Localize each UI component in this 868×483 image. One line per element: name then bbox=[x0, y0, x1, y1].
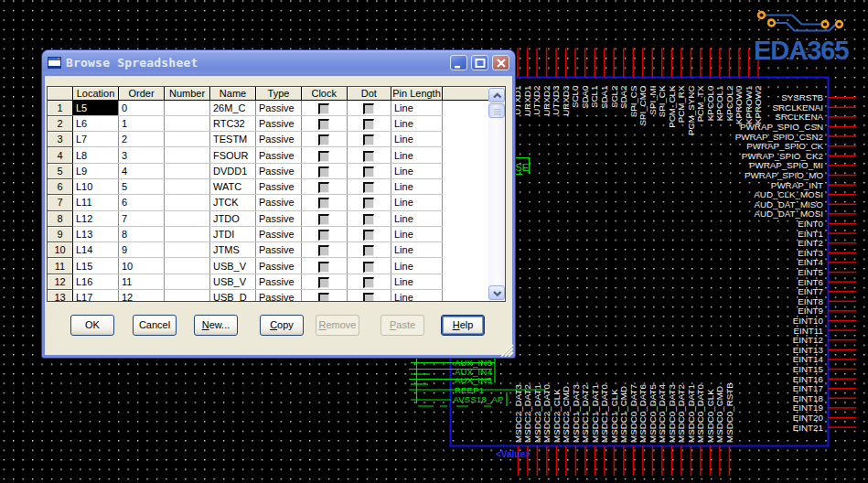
dot-checkbox[interactable] bbox=[363, 103, 374, 114]
cell-pin-length[interactable]: Line bbox=[391, 226, 443, 242]
row-header[interactable]: 4 bbox=[48, 147, 73, 163]
cell-order[interactable]: 9 bbox=[119, 242, 165, 258]
cell-number[interactable] bbox=[165, 163, 210, 178]
cell-dot[interactable] bbox=[347, 163, 391, 178]
cell-number[interactable] bbox=[165, 290, 210, 302]
cell-dot[interactable] bbox=[347, 242, 391, 258]
cell-location[interactable]: L15 bbox=[73, 258, 119, 274]
cell-pin-length[interactable]: Line bbox=[391, 132, 443, 147]
row-header[interactable]: 3 bbox=[48, 132, 73, 147]
cell-type[interactable]: Passive bbox=[256, 290, 302, 302]
column-header-dot[interactable]: Dot bbox=[347, 87, 391, 100]
cell-type[interactable]: Passive bbox=[256, 163, 302, 178]
cell-clock[interactable] bbox=[302, 258, 348, 274]
vertical-scrollbar[interactable] bbox=[488, 87, 505, 301]
cell-order[interactable]: 4 bbox=[119, 163, 165, 178]
cell-location[interactable]: L14 bbox=[73, 242, 119, 258]
cell-type[interactable]: Passive bbox=[256, 226, 302, 242]
cell-number[interactable] bbox=[165, 210, 210, 226]
cell-location[interactable]: L5 bbox=[73, 100, 119, 115]
maximize-button[interactable] bbox=[471, 55, 488, 70]
dot-checkbox[interactable] bbox=[363, 151, 374, 162]
column-header-pin-length[interactable]: Pin Length bbox=[391, 87, 443, 100]
cell-dot[interactable] bbox=[347, 132, 391, 147]
cell-clock[interactable] bbox=[302, 210, 348, 226]
cell-dot[interactable] bbox=[347, 147, 391, 163]
row-header[interactable]: 9 bbox=[48, 226, 73, 242]
column-header-order[interactable]: Order bbox=[119, 87, 165, 100]
cell-clock[interactable] bbox=[302, 115, 348, 131]
cell-pin-length[interactable]: Line bbox=[391, 195, 443, 210]
scroll-up-button[interactable] bbox=[488, 88, 505, 102]
cell-name[interactable]: TESTM bbox=[210, 132, 256, 147]
cell-order[interactable]: 12 bbox=[119, 290, 165, 302]
cell-number[interactable] bbox=[165, 258, 210, 274]
cell-order[interactable]: 1 bbox=[119, 115, 165, 131]
cell-dot[interactable] bbox=[347, 290, 391, 302]
dot-checkbox[interactable] bbox=[363, 182, 374, 193]
cell-type[interactable]: Passive bbox=[256, 178, 302, 194]
row-header[interactable]: 12 bbox=[48, 274, 73, 289]
cell-order[interactable]: 8 bbox=[119, 226, 165, 242]
dot-checkbox[interactable] bbox=[363, 230, 374, 241]
cell-pin-length[interactable]: Line bbox=[391, 147, 443, 163]
row-header[interactable]: 7 bbox=[48, 195, 73, 210]
column-header-type[interactable]: Type bbox=[256, 87, 302, 100]
column-header-number[interactable]: Number bbox=[165, 87, 210, 100]
cell-clock[interactable] bbox=[302, 290, 348, 302]
cell-type[interactable]: Passive bbox=[256, 115, 302, 131]
cell-name[interactable]: DVDD1 bbox=[210, 163, 256, 178]
cell-dot[interactable] bbox=[347, 100, 391, 115]
help-button[interactable]: Help bbox=[441, 315, 485, 336]
clock-checkbox[interactable] bbox=[318, 262, 329, 273]
column-header-name[interactable]: Name bbox=[210, 87, 256, 100]
cell-pin-length[interactable]: Line bbox=[391, 178, 443, 194]
cell-type[interactable]: Passive bbox=[256, 242, 302, 258]
cell-clock[interactable] bbox=[302, 226, 348, 242]
cell-location[interactable]: L6 bbox=[73, 115, 119, 131]
dot-checkbox[interactable] bbox=[363, 119, 374, 130]
cell-pin-length[interactable]: Line bbox=[391, 115, 443, 131]
cell-order[interactable]: 7 bbox=[119, 210, 165, 226]
cell-pin-length[interactable]: Line bbox=[391, 290, 443, 302]
cell-dot[interactable] bbox=[347, 210, 391, 226]
column-header-row[interactable] bbox=[48, 87, 73, 100]
cell-pin-length[interactable]: Line bbox=[391, 210, 443, 226]
clock-checkbox[interactable] bbox=[318, 214, 329, 225]
cell-clock[interactable] bbox=[302, 100, 348, 115]
cell-number[interactable] bbox=[165, 147, 210, 163]
cell-clock[interactable] bbox=[302, 132, 348, 147]
cell-clock[interactable] bbox=[302, 163, 348, 178]
cell-type[interactable]: Passive bbox=[256, 132, 302, 147]
clock-checkbox[interactable] bbox=[318, 293, 329, 302]
row-header[interactable]: 11 bbox=[48, 258, 73, 274]
cell-type[interactable]: Passive bbox=[256, 100, 302, 115]
cell-clock[interactable] bbox=[302, 147, 348, 163]
cell-order[interactable]: 2 bbox=[119, 132, 165, 147]
cell-type[interactable]: Passive bbox=[256, 210, 302, 226]
clock-checkbox[interactable] bbox=[318, 166, 329, 177]
clock-checkbox[interactable] bbox=[318, 245, 329, 256]
cell-name[interactable]: 26M_C bbox=[210, 100, 256, 115]
cell-clock[interactable] bbox=[302, 195, 348, 210]
cell-number[interactable] bbox=[165, 132, 210, 147]
clock-checkbox[interactable] bbox=[318, 151, 329, 162]
cell-pin-length[interactable]: Line bbox=[391, 242, 443, 258]
cell-pin-length[interactable]: Line bbox=[391, 258, 443, 274]
cell-name[interactable]: JTMS bbox=[210, 242, 256, 258]
cell-dot[interactable] bbox=[347, 195, 391, 210]
cell-name[interactable]: FSOUR bbox=[210, 147, 256, 163]
cell-name[interactable]: RTC32 bbox=[210, 115, 256, 131]
clock-checkbox[interactable] bbox=[318, 134, 329, 145]
cell-type[interactable]: Passive bbox=[256, 147, 302, 163]
copy-button[interactable]: Copy bbox=[260, 315, 304, 336]
clock-checkbox[interactable] bbox=[318, 182, 329, 193]
cell-location[interactable]: L10 bbox=[73, 178, 119, 194]
dot-checkbox[interactable] bbox=[363, 214, 374, 225]
cell-name[interactable]: JTDI bbox=[210, 226, 256, 242]
cell-clock[interactable] bbox=[302, 274, 348, 289]
cell-name[interactable]: JTDO bbox=[210, 210, 256, 226]
cell-dot[interactable] bbox=[347, 178, 391, 194]
clock-checkbox[interactable] bbox=[318, 119, 329, 130]
row-header[interactable]: 8 bbox=[48, 210, 73, 226]
